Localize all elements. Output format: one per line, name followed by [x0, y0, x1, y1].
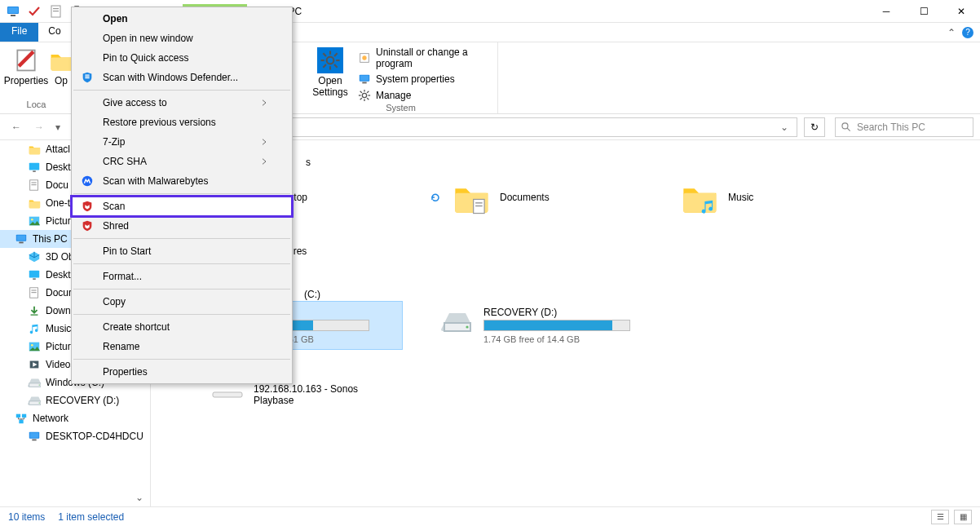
refresh-button[interactable]: ↻	[804, 117, 825, 137]
view-large-button[interactable]: ▦	[954, 510, 972, 524]
qat-new-icon[interactable]	[47, 3, 64, 20]
folders-section-header-fragment: s	[306, 157, 311, 168]
context-menu-item[interactable]: Create shortcut	[72, 317, 292, 337]
sidebar-item-label: Docu	[46, 179, 68, 191]
context-menu-item[interactable]: Format...	[72, 267, 292, 286]
context-menu-item-label: Copy	[103, 296, 126, 307]
sidebar-item-label: Docur	[46, 287, 72, 298]
status-bar: 10 items 1 item selected ☰ ▦	[0, 506, 980, 526]
ribbon-open-settings-button[interactable]: Open Settings	[311, 46, 350, 99]
context-menu-item[interactable]: 7-Zip	[72, 132, 292, 152]
drive-icon	[439, 307, 475, 336]
folder-item[interactable]: Music	[655, 175, 867, 220]
ribbon-properties-label: Properties	[4, 75, 49, 86]
videos-icon	[28, 358, 41, 371]
drive-free-label: 1.74 GB free of 14.4 GB	[483, 334, 658, 344]
context-menu-item[interactable]: Scan with Windows Defender...	[72, 68, 292, 87]
context-menu-item[interactable]: Restore previous versions	[72, 113, 292, 132]
context-menu-separator	[73, 359, 290, 360]
view-details-button[interactable]: ☰	[931, 510, 949, 524]
devices-section-header-fragment: (C:)	[304, 289, 965, 300]
context-menu-separator	[73, 289, 290, 290]
qat-properties-icon[interactable]	[26, 3, 42, 20]
sync-status-icon	[430, 192, 441, 203]
context-menu-item[interactable]: Shred	[72, 216, 292, 236]
nav-forward-button[interactable]: →	[29, 117, 49, 137]
context-menu-item[interactable]: Open	[72, 9, 292, 29]
context-menu-item-label: Open in new window	[103, 33, 193, 44]
context-menu-item-label: CRC SHA	[103, 156, 147, 167]
qat-thispc-icon[interactable]	[5, 3, 21, 20]
context-menu-separator	[73, 314, 290, 315]
folder-label: Music	[728, 192, 753, 203]
context-menu-item[interactable]: Rename	[72, 337, 292, 356]
sidebar-item-label: Deskt	[46, 269, 71, 281]
sidebar-item-label: One-t	[46, 197, 70, 209]
folder-item[interactable]: Documents	[426, 175, 638, 220]
context-menu-item[interactable]: Copy	[72, 292, 292, 312]
folder-label: Documents	[500, 192, 550, 203]
chevron-right-icon	[259, 98, 269, 108]
doc-icon	[28, 179, 41, 192]
help-icon[interactable]: ?	[962, 27, 973, 38]
context-menu-item-label: Restore previous versions	[103, 117, 216, 128]
ribbon-manage-button[interactable]: Manage	[355, 88, 491, 103]
context-menu-item-label: Properties	[103, 366, 148, 378]
ribbon-uninstall-label: Uninstall or change a program	[376, 46, 488, 69]
context-menu-item[interactable]: Pin to Quick access	[72, 48, 292, 68]
nav-back-button[interactable]: ←	[7, 117, 26, 137]
context-menu-item[interactable]: Open in new window	[72, 29, 292, 48]
folder-icon	[451, 178, 490, 217]
ribbon-group-system-label: System	[311, 103, 491, 113]
context-menu-item[interactable]: Pin to Start	[72, 241, 292, 261]
status-item-count: 10 items	[8, 511, 45, 523]
context-menu-item-label: Shred	[103, 220, 129, 232]
network-location-item[interactable]: 192.168.10.163 - Sonos Playbase	[206, 380, 418, 409]
ribbon-group-location-label: Loca	[7, 99, 66, 112]
nav-recent-button[interactable]: ▾	[52, 117, 64, 137]
sidebar-item-label: Down	[46, 305, 71, 316]
computer-tab[interactable]: Co	[38, 23, 70, 42]
sidebar-item-label: Pictur	[46, 215, 71, 227]
sidebar-item[interactable]: Network	[0, 409, 150, 427]
3d-icon	[28, 250, 41, 263]
folder-y-icon	[28, 143, 41, 156]
chevron-down-icon[interactable]: ⌄	[135, 492, 148, 505]
drive-item[interactable]: RECOVERY (D:) 1.74 GB free of 14.4 GB	[435, 302, 663, 349]
context-menu-item[interactable]: Scan	[72, 197, 292, 216]
maximize-button[interactable]: ☐	[905, 0, 942, 23]
sidebar-item[interactable]: DESKTOP-CD4HDCU	[0, 427, 150, 445]
context-menu-item-label: Rename	[103, 341, 139, 352]
context-menu-item-label: 7-Zip	[103, 136, 125, 148]
thispc-icon	[15, 232, 28, 245]
context-menu-item-label: Give access to	[103, 97, 167, 108]
context-menu-item[interactable]: CRC SHA	[72, 152, 292, 171]
ribbon-properties-button[interactable]: Properties	[7, 46, 46, 88]
context-menu-item[interactable]: Give access to	[72, 93, 292, 113]
address-dropdown-icon[interactable]: ⌄	[777, 122, 792, 133]
context-menu-separator	[73, 263, 290, 264]
chevron-right-icon	[259, 137, 269, 147]
pictures-icon	[28, 340, 41, 353]
file-tab[interactable]: File	[0, 23, 38, 42]
minimize-button[interactable]: ─	[867, 0, 905, 23]
folder-icon	[679, 178, 718, 217]
ribbon-collapse-icon[interactable]: ⌃	[947, 27, 956, 38]
close-button[interactable]: ✕	[942, 0, 980, 23]
drive-icon	[28, 376, 41, 389]
sidebar-item-label: Network	[33, 413, 68, 424]
network-location-label: 192.168.10.163 - Sonos Playbase	[254, 383, 384, 406]
drive-label: RECOVERY (D:)	[483, 307, 658, 318]
ribbon-uninstall-button[interactable]: Uninstall or change a program	[355, 46, 491, 70]
sidebar-item[interactable]: RECOVERY (D:)	[0, 391, 150, 409]
sync-status-icon	[658, 192, 669, 203]
context-menu-item[interactable]: Scan with Malwarebytes	[72, 171, 292, 191]
context-menu-item[interactable]: Properties	[72, 362, 292, 382]
ribbon-open-settings-label: Open Settings	[312, 75, 347, 98]
ribbon-sysprops-button[interactable]: System properties	[355, 72, 491, 86]
ribbon-manage-label: Manage	[376, 90, 411, 101]
search-input[interactable]: Search This PC	[835, 117, 973, 137]
pictures-icon	[28, 214, 41, 228]
ribbon-open-button[interactable]: Op	[51, 46, 72, 88]
ribbon-sysprops-label: System properties	[376, 73, 455, 85]
